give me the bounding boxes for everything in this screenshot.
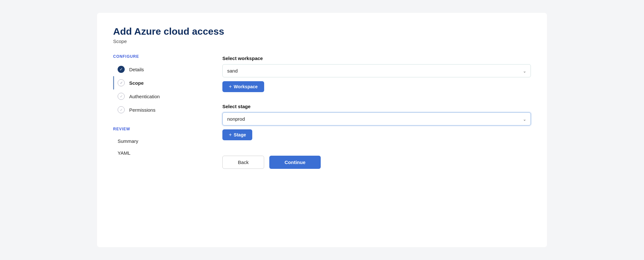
workspace-section: Select workspace sand ⌄ + Workspace [222, 56, 531, 92]
stage-select-wrapper: nonprod ⌄ [222, 112, 531, 126]
stage-plus-icon: + [229, 132, 232, 137]
yaml-label: YAML [118, 150, 130, 156]
page-header: Add Azure cloud access Scope [113, 26, 531, 44]
permissions-label: Permissions [129, 107, 156, 113]
details-icon: ✓ [118, 66, 125, 73]
check-outline-icon-auth: ✓ [118, 93, 125, 100]
form-actions: Back Continue [222, 156, 531, 169]
sidebar-item-yaml[interactable]: YAML [113, 147, 197, 159]
review-section-label: REVIEW [113, 127, 197, 131]
workspace-select-wrapper: sand ⌄ [222, 64, 531, 77]
permissions-icon: ✓ [118, 106, 125, 113]
sidebar-item-details[interactable]: ✓ Details [113, 63, 197, 76]
continue-button[interactable]: Continue [269, 156, 321, 169]
back-button[interactable]: Back [222, 156, 264, 169]
add-workspace-button[interactable]: + Workspace [222, 81, 264, 92]
workspace-select[interactable]: sand [222, 64, 531, 77]
configure-items: ✓ Details ✓ Scope ✓ Authentication [113, 63, 197, 117]
plus-icon: + [229, 84, 232, 89]
page-title: Add Azure cloud access [113, 26, 531, 37]
review-items: Summary YAML [113, 135, 197, 159]
check-outline-icon: ✓ [118, 79, 125, 86]
main-form: Select workspace sand ⌄ + Workspace Sele… [222, 54, 531, 234]
check-filled-icon: ✓ [118, 66, 125, 73]
check-outline-icon-perm: ✓ [118, 106, 125, 113]
sidebar-item-permissions[interactable]: ✓ Permissions [113, 103, 197, 117]
add-stage-label: Stage [234, 132, 246, 137]
summary-label: Summary [118, 138, 138, 144]
content-area: CONFIGURE ✓ Details ✓ Scope ✓ [113, 54, 531, 234]
configure-section-label: CONFIGURE [113, 54, 197, 59]
stage-label: Select stage [222, 104, 531, 109]
workspace-label: Select workspace [222, 56, 531, 61]
details-label: Details [129, 67, 144, 72]
authentication-icon: ✓ [118, 93, 125, 100]
page-container: Add Azure cloud access Scope CONFIGURE ✓… [97, 13, 547, 247]
scope-icon: ✓ [118, 79, 125, 86]
stage-section: Select stage nonprod ⌄ + Stage [222, 104, 531, 140]
authentication-label: Authentication [129, 94, 160, 99]
scope-label: Scope [129, 80, 144, 86]
sidebar-item-authentication[interactable]: ✓ Authentication [113, 90, 197, 103]
page-subtitle: Scope [113, 39, 531, 44]
sidebar-item-summary[interactable]: Summary [113, 135, 197, 147]
sidebar: CONFIGURE ✓ Details ✓ Scope ✓ [113, 54, 197, 234]
add-stage-button[interactable]: + Stage [222, 129, 252, 140]
sidebar-item-scope[interactable]: ✓ Scope [113, 76, 197, 90]
stage-select[interactable]: nonprod [222, 112, 531, 126]
add-workspace-label: Workspace [234, 84, 257, 89]
